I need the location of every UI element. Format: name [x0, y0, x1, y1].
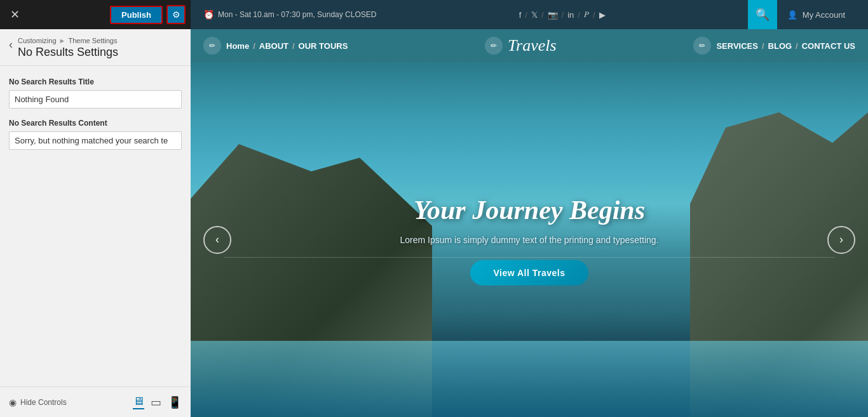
hero-content: Your Journey Begins Lorem Ipsum is simpl… — [370, 194, 688, 285]
sep1: / — [525, 10, 527, 20]
linkedin-icon[interactable]: in — [567, 10, 574, 20]
instagram-icon[interactable]: 📷 — [548, 10, 558, 20]
search-button-top[interactable]: 🔍 — [748, 0, 777, 29]
nav-sep4: / — [796, 41, 798, 51]
nav-right-links: SERVICES / BLOG / CONTACT US — [716, 41, 855, 51]
my-account-area[interactable]: 👤 My Account — [777, 10, 855, 20]
breadcrumb-text: Customizing ► Theme Settings No Results … — [18, 37, 118, 59]
device-icons: 🖥 ▭ 📱 — [133, 395, 182, 409]
gear-button[interactable]: ⚙ — [166, 5, 186, 24]
tablet-device-icon[interactable]: ▭ — [151, 395, 161, 409]
nav-right-section: ✏ SERVICES / BLOG / CONTACT US — [693, 37, 855, 55]
hide-controls-button[interactable]: ◉ Hide Controls — [9, 397, 67, 407]
customizer-panel: ✕ Publish ⚙ ‹ Customizing ► Theme Settin… — [0, 0, 191, 417]
title-field-label: No Search Results Title — [9, 77, 182, 86]
account-label: My Account — [803, 10, 845, 20]
preview-nav: ✏ Home / ABOUT / OUR TOURS ✏ Travels ✏ S… — [191, 29, 868, 62]
nav-sep3: / — [762, 41, 764, 51]
nav-left-section: ✏ Home / ABOUT / OUR TOURS — [203, 37, 348, 55]
hero-subtitle: Lorem Ipsum is simply dummy text of the … — [370, 235, 688, 245]
edit-pencil-center[interactable]: ✏ — [485, 37, 503, 55]
sep3: / — [562, 10, 564, 20]
nav-sep1: / — [253, 41, 255, 51]
breadcrumb-child[interactable]: Theme Settings — [68, 37, 117, 44]
close-button[interactable]: ✕ — [5, 5, 24, 24]
facebook-icon[interactable]: f — [519, 10, 522, 20]
nav-about[interactable]: ABOUT — [259, 41, 288, 51]
edit-pencil-left[interactable]: ✏ — [203, 37, 221, 55]
nav-contact[interactable]: CONTACT US — [802, 41, 855, 51]
mobile-device-icon[interactable]: 📱 — [168, 395, 182, 409]
slider-prev-button[interactable]: ‹ — [203, 226, 231, 254]
breadcrumb-parent[interactable]: Customizing — [18, 37, 57, 44]
publish-area: Publish ⚙ — [110, 5, 186, 24]
hero-title: Your Journey Begins — [370, 194, 688, 225]
nav-tours[interactable]: OUR TOURS — [299, 41, 348, 51]
sep4: / — [578, 10, 580, 20]
title-field-input[interactable] — [9, 90, 182, 109]
topbar-right: 🔍 👤 My Account — [748, 0, 855, 29]
form-area: No Search Results Title No Search Result… — [0, 66, 191, 387]
content-field-input[interactable] — [9, 131, 182, 150]
nav-center-section: ✏ Travels — [485, 36, 557, 55]
bottom-bar: ◉ Hide Controls 🖥 ▭ 📱 — [0, 387, 191, 417]
schedule-text: Mon - Sat 10.am - 07:30 pm, Sunday CLOSE… — [218, 10, 376, 19]
twitter-icon[interactable]: 𝕏 — [531, 10, 538, 20]
sep5: / — [593, 10, 595, 20]
breadcrumb-separator: ► — [59, 37, 66, 44]
back-arrow-button[interactable]: ‹ — [9, 38, 13, 51]
slider-next-button[interactable]: › — [827, 226, 855, 254]
preview-area: ⏰ Mon - Sat 10.am - 07:30 pm, Sunday CLO… — [191, 0, 868, 417]
youtube-icon[interactable]: ▶ — [599, 10, 606, 20]
section-title: No Results Settings — [18, 46, 118, 59]
hero-area: ‹ Your Journey Begins Lorem Ipsum is sim… — [191, 62, 868, 417]
edit-pencil-right[interactable]: ✏ — [693, 37, 711, 55]
content-field-label: No Search Results Content — [9, 119, 182, 128]
logo-text: Travels — [508, 36, 557, 55]
nav-home[interactable]: Home — [226, 41, 249, 51]
nav-blog[interactable]: BLOG — [768, 41, 792, 51]
breadcrumb-section: ‹ Customizing ► Theme Settings No Result… — [0, 29, 191, 66]
sep2: / — [541, 10, 544, 20]
desktop-device-icon[interactable]: 🖥 — [133, 395, 144, 409]
water-decoration — [191, 341, 868, 417]
schedule-info: ⏰ Mon - Sat 10.am - 07:30 pm, Sunday CLO… — [203, 10, 376, 20]
preview-topbar: ⏰ Mon - Sat 10.am - 07:30 pm, Sunday CLO… — [191, 0, 868, 29]
account-icon: 👤 — [787, 10, 797, 20]
nav-left-links: Home / ABOUT / OUR TOURS — [226, 41, 348, 51]
pinterest-icon[interactable]: 𝑃 — [584, 10, 589, 20]
publish-button[interactable]: Publish — [110, 6, 163, 24]
clock-icon: ⏰ — [203, 10, 214, 20]
social-links: f / 𝕏 / 📷 / in / 𝑃 / ▶ — [519, 10, 606, 20]
nav-services[interactable]: SERVICES — [716, 41, 758, 51]
hide-controls-label: Hide Controls — [20, 398, 67, 407]
breadcrumb: Customizing ► Theme Settings — [18, 37, 118, 44]
customizer-topbar: ✕ Publish ⚙ — [0, 0, 191, 29]
nav-logo: Travels — [508, 36, 557, 55]
nav-sep2: / — [292, 41, 295, 51]
search-icon: 🔍 — [756, 8, 770, 22]
hero-cta-button[interactable]: View All Travels — [470, 260, 588, 286]
hide-controls-icon: ◉ — [9, 397, 17, 407]
